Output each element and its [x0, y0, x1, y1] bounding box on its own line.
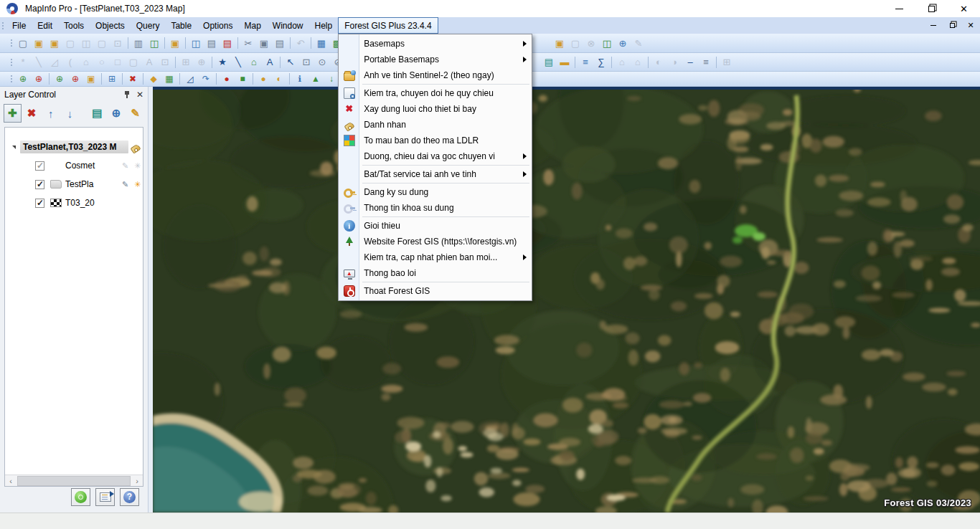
tool-region-style-icon[interactable]: ⌂: [246, 55, 262, 70]
restore-button[interactable]: [915, 0, 948, 17]
tool-open-workspace-icon[interactable]: ▣: [47, 36, 62, 50]
tool-radius-select-icon[interactable]: ⊙: [314, 55, 330, 70]
help-button[interactable]: ?: [120, 488, 139, 506]
hotlink-options-button[interactable]: ⊕: [108, 104, 126, 123]
menu-map[interactable]: Map: [238, 17, 266, 34]
horizontal-scrollbar[interactable]: ‹ ›: [5, 475, 143, 486]
menu-query[interactable]: Query: [131, 17, 166, 34]
tree-expand-caret[interactable]: [12, 146, 16, 149]
tool-new-browser-icon[interactable]: ▦: [314, 36, 329, 50]
gear-dis-icon[interactable]: ✳: [132, 161, 143, 171]
mdi-minimize-button[interactable]: [927, 19, 940, 32]
layer-visibility-checkbox[interactable]: [35, 180, 44, 189]
tool-save-window-as-icon[interactable]: ◫: [146, 36, 162, 50]
tool-print-icon[interactable]: ▤: [204, 36, 220, 50]
tool-open-sentinel-image-icon[interactable]: ▣: [83, 73, 99, 85]
label-layer-button[interactable]: ✎: [126, 104, 144, 123]
move-down-button[interactable]: ↓: [61, 104, 79, 123]
mdi-close-button[interactable]: ✕: [964, 19, 977, 32]
add-layer-button[interactable]: ✚: [4, 104, 22, 123]
tool-about-icon[interactable]: ℹ: [292, 73, 308, 85]
menu-table[interactable]: Table: [165, 17, 197, 34]
menu-item-toggle-satellite-service[interactable]: Bat/Tat service tai anh ve tinh: [339, 166, 532, 182]
tool-record-icon[interactable]: ●: [219, 73, 235, 85]
menu-item-basemaps[interactable]: Basemaps: [339, 36, 532, 52]
menu-item-build-uav-grid[interactable]: ✖Xay dung luoi cho thiet bi bay: [339, 101, 532, 117]
tool-text-style-icon[interactable]: A: [262, 55, 278, 70]
tool-register-license-icon[interactable]: ●: [255, 73, 271, 85]
tool-planet-locate-icon[interactable]: ⊕: [31, 73, 47, 85]
tool-license-info-icon[interactable]: ◐: [271, 73, 287, 85]
menu-file[interactable]: File: [6, 17, 32, 34]
toolbar-grip[interactable]: [0, 17, 6, 34]
scroll-right-arrow[interactable]: ›: [131, 477, 143, 485]
menu-item-line-length-bearing[interactable]: Duong, chieu dai va goc chuyen vi: [339, 148, 532, 164]
tool-update-icon[interactable]: ↓: [324, 73, 339, 85]
layer-label[interactable]: Cosmet: [65, 161, 118, 171]
layer-row-cosmet[interactable]: Cosmet✎✳: [5, 156, 143, 175]
move-up-button[interactable]: ↑: [42, 104, 60, 123]
layer-label[interactable]: T03_20: [65, 198, 143, 208]
tool-uav-grid-icon[interactable]: ✖: [125, 73, 141, 85]
layer-row-testpla[interactable]: TestPla✎✳: [5, 175, 143, 194]
map-options-icon[interactable]: [131, 143, 141, 153]
pin-icon[interactable]: [123, 91, 131, 98]
toolbar-grip[interactable]: [9, 39, 15, 47]
menu-objects[interactable]: Objects: [90, 17, 131, 34]
menu-item-website[interactable]: Website Forest GIS (https:\\forestgis.vn…: [339, 234, 532, 249]
map-node-label[interactable]: TestPlanet,T03_2023 M: [20, 140, 128, 153]
tool-line-node-tool-icon[interactable]: ◿: [182, 73, 198, 85]
layer-visibility-checkbox[interactable]: [35, 161, 44, 171]
toolbar-grip[interactable]: [9, 75, 15, 82]
menu-forest-gis-plus[interactable]: Forest GIS Plus 23.4.4BasemapsPortable B…: [338, 17, 438, 34]
tool-cut-icon[interactable]: ✂: [240, 36, 256, 50]
remove-layer-button[interactable]: ✖: [23, 104, 41, 123]
menu-item-exit-forest-gis[interactable]: Thoat Forest GIS: [339, 283, 532, 299]
tool-legend-list-icon[interactable]: ≡: [698, 55, 714, 70]
menu-options[interactable]: Options: [197, 17, 238, 34]
menu-item-about[interactable]: iGioi thieu: [339, 218, 532, 234]
tool-print-preview-icon[interactable]: ◫: [188, 36, 204, 50]
menu-tools[interactable]: Tools: [58, 17, 90, 34]
menu-window[interactable]: Window: [267, 17, 309, 34]
tool-web-services-icon[interactable]: ⊕: [615, 36, 631, 50]
tool-paste-icon[interactable]: ▤: [272, 36, 288, 50]
tool-save-workspace-icon[interactable]: ▥: [131, 36, 146, 50]
tool-symbol-style-icon[interactable]: ★: [215, 55, 230, 70]
tool-copy-icon[interactable]: ▣: [256, 36, 272, 50]
map-canvas[interactable]: Forest GIS 03/2023: [153, 87, 980, 513]
toolbar-grip[interactable]: [9, 59, 15, 66]
tool-line-style-icon[interactable]: ╲: [230, 55, 246, 70]
layer-row-t03_20[interactable]: T03_20: [5, 194, 143, 212]
menu-item-license-key-info[interactable]: Thong tin khoa su dung: [339, 200, 532, 216]
menu-item-check-update[interactable]: Kiem tra, cap nhat phien ban moi...: [339, 249, 532, 265]
apply-button[interactable]: [71, 488, 90, 506]
menu-item-labels[interactable]: Danh nhan: [339, 117, 532, 133]
tool-select-icon[interactable]: ↖: [283, 55, 298, 70]
layer-style-override-button[interactable]: ▤: [88, 104, 106, 123]
tool-statistics-icon[interactable]: ∑: [593, 55, 609, 70]
tool-open-dbms-icon[interactable]: ▣: [552, 36, 567, 50]
minimize-button[interactable]: [883, 0, 915, 17]
close-button[interactable]: ✕: [948, 0, 980, 17]
tool-color-map-ldlr-icon[interactable]: ▦: [161, 73, 177, 85]
tool-check-projection-icon[interactable]: ⊞: [104, 73, 120, 85]
tool-print-window-icon[interactable]: ▤: [220, 36, 235, 50]
menu-item-report-error[interactable]: ▲Thong bao loi: [339, 265, 532, 281]
tool-open-recent-folder-icon[interactable]: ▣: [167, 36, 183, 50]
tool-scale-bar-icon[interactable]: –: [682, 55, 698, 70]
menu-item-sentinel2-daily[interactable]: Anh ve tinh Sentinel-2 (theo ngay): [339, 67, 532, 83]
edit-icon[interactable]: ✎: [120, 179, 131, 190]
edit-dis-icon[interactable]: ✎: [120, 161, 131, 171]
tool-layer-control-icon[interactable]: ▤: [541, 55, 557, 70]
tool-dbms-table-icon[interactable]: ◫: [599, 36, 615, 50]
menu-help[interactable]: Help: [309, 17, 339, 34]
tool-legend-icon[interactable]: ≡: [578, 55, 593, 70]
tool-ruler-icon[interactable]: ▬: [557, 55, 573, 70]
scroll-left-arrow[interactable]: ‹: [5, 477, 17, 485]
menu-item-check-convert-projection[interactable]: Kiem tra, chuyen doi he quy chieu: [339, 85, 532, 101]
tool-website-tree-icon[interactable]: ▲: [308, 73, 324, 85]
mdi-restore-button[interactable]: [946, 19, 958, 32]
tool-stop-icon[interactable]: ■: [235, 73, 250, 85]
tool-sentinel-locate-icon[interactable]: ⊕: [67, 73, 83, 85]
